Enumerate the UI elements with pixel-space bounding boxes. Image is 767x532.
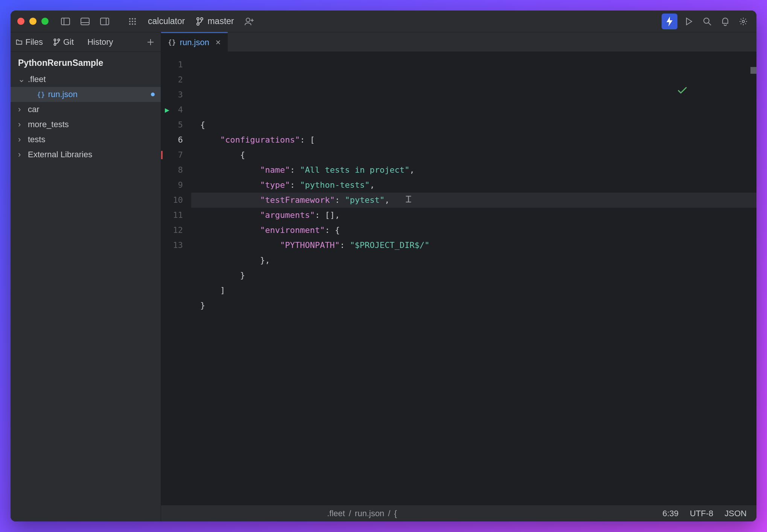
modified-indicator [151,93,155,96]
chevron-right-icon: › [18,120,25,129]
titlebar: calculator master [11,11,756,32]
tree-item-label: tests [28,135,45,144]
svg-point-18 [246,18,250,22]
apps-grid-icon[interactable] [126,15,139,28]
notifications-icon[interactable] [719,15,732,28]
svg-point-16 [201,18,203,20]
line-number: 7 [161,147,191,163]
chevron-right-icon: › [18,150,25,160]
tree-folder-item[interactable]: ›more_tests [11,117,161,132]
project-selector[interactable]: calculator [146,16,187,26]
line-number: 1 [161,57,191,72]
ai-assistant-button[interactable] [662,14,677,29]
close-tab-icon[interactable]: ✕ [215,38,221,47]
code-line[interactable]: "environment": { [191,223,756,238]
tree-item-label: run.json [48,90,78,99]
svg-rect-4 [100,18,109,25]
sidebar-tab-label: Git [63,37,74,47]
app-window: calculator master [11,11,756,521]
json-icon: {} [168,38,176,46]
tree-file-item[interactable]: {}run.json [11,87,161,102]
sidebar-tab-label: Files [26,37,43,47]
sidebar-add-tab-button[interactable] [143,35,158,49]
minimize-window-button[interactable] [29,18,37,25]
code-line[interactable]: "type": "python-tests", [191,178,756,193]
code-editor[interactable]: 1234▶5678910111213 { "configurations": [… [161,52,756,505]
add-collaborator-icon[interactable] [243,15,256,28]
tree-folder-item[interactable]: ›External Libraries [11,147,161,162]
run-button[interactable] [683,15,695,28]
sidebar-tab-label: History [87,37,113,47]
scrollbar-marker[interactable] [750,67,756,74]
sidebar-tab-history[interactable]: History [79,32,117,52]
code-line[interactable]: }, [191,253,756,268]
project-name: PythonRerunSample [11,52,161,72]
editor-tab-active[interactable]: {} run.json ✕ [161,32,228,52]
tree-folder-item[interactable]: ›car [11,102,161,117]
svg-point-17 [197,23,199,25]
text-cursor-icon: Ꮖ [406,192,412,207]
main-body: Files Git History PythonRerunSample ⌄.fl… [11,32,756,521]
code-line[interactable]: "arguments": [], [191,208,756,223]
svg-line-22 [708,23,711,25]
inspection-ok-icon[interactable] [677,56,748,124]
tree-folder-item[interactable]: ›tests [11,132,161,147]
tree-item-label: car [28,105,40,114]
code-line[interactable]: "configurations": [ [191,132,756,147]
search-icon[interactable] [701,15,714,28]
folder-icon [16,38,23,46]
plus-icon [147,39,154,46]
code-line[interactable]: "PYTHONPATH": "$PROJECT_DIR$/" [191,238,756,253]
file-encoding[interactable]: UTF-8 [690,509,713,518]
breadcrumb-segment: { [394,509,397,518]
line-number: 13 [161,238,191,253]
breadcrumb-segment: .fleet [327,509,345,518]
sidebar-tab-git[interactable]: Git [48,32,79,52]
sidebar-tab-files[interactable]: Files [11,32,48,52]
code-line[interactable]: ] [191,283,756,298]
line-number: 8 [161,163,191,178]
code-line[interactable]: } [191,298,756,313]
breadcrumb-segment: run.json [355,509,384,518]
cursor-position[interactable]: 6:39 [662,509,679,518]
branch-icon [53,38,60,46]
breadcrumb[interactable]: .fleet / run.json / { [327,509,397,518]
chevron-down-icon: ⌄ [18,74,25,84]
panel-right-icon[interactable] [98,15,111,28]
window-controls [17,18,49,25]
settings-icon[interactable] [737,15,750,28]
run-gutter-icon[interactable]: ▶ [165,102,169,117]
svg-point-11 [134,21,136,22]
close-window-button[interactable] [17,18,24,25]
maximize-window-button[interactable] [41,18,49,25]
editor-tab-label: run.json [180,38,209,47]
breadcrumb-separator: / [349,509,351,518]
line-number-gutter: 1234▶5678910111213 [161,52,191,505]
line-number: 9 [161,178,191,193]
code-line[interactable]: { [191,117,756,132]
line-number: 3 [161,87,191,102]
line-number: 12 [161,223,191,238]
panel-left-icon[interactable] [59,15,72,28]
file-language[interactable]: JSON [724,509,747,518]
code-line[interactable]: { [191,147,756,163]
line-number: 2 [161,72,191,87]
editor-tabs: {} run.json ✕ [161,32,756,52]
svg-point-15 [197,18,199,20]
svg-point-23 [742,20,744,23]
breadcrumb-separator: / [388,509,390,518]
project-label: calculator [148,16,185,26]
svg-point-24 [54,39,56,41]
code-line[interactable]: "name": "All tests in project", [191,163,756,178]
code-line[interactable]: "testFramework": "pytest",Ꮖ [191,193,756,208]
chevron-right-icon: › [18,135,25,144]
tree-folder-item[interactable]: ⌄.fleet [11,72,161,87]
panel-bottom-icon[interactable] [79,15,91,28]
code-line[interactable]: } [191,268,756,283]
svg-rect-2 [81,18,89,25]
line-number: 4▶ [161,102,191,117]
code-content[interactable]: { "configurations": [ { "name": "All tes… [191,52,756,505]
branch-selector[interactable]: master [194,16,236,26]
line-number: 10 [161,193,191,208]
svg-point-6 [129,18,131,20]
